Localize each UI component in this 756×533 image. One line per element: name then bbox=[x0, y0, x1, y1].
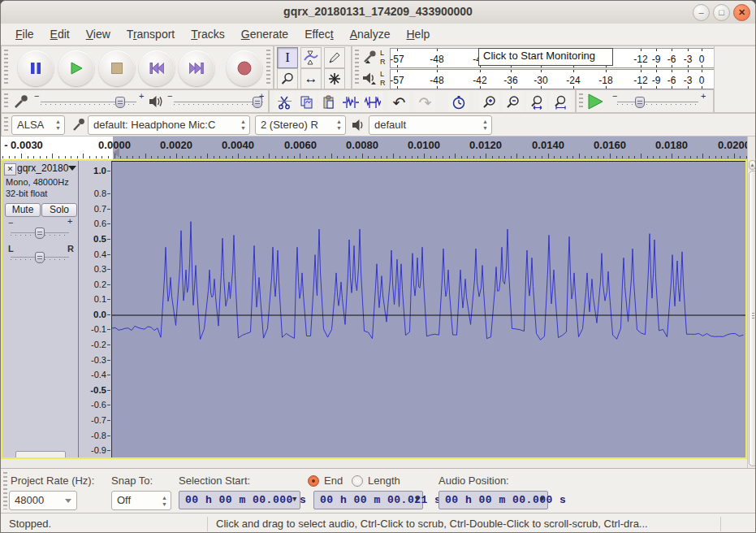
menu-view[interactable]: View bbox=[78, 25, 119, 43]
zoom-out-button[interactable] bbox=[503, 92, 523, 112]
meter-scale-label: -18 bbox=[598, 75, 612, 86]
menu-help[interactable]: Help bbox=[398, 25, 438, 43]
timeline-tick bbox=[634, 156, 635, 158]
timeline-tick bbox=[127, 156, 127, 158]
play-at-speed-icon bbox=[586, 93, 604, 110]
meter-scale-label: -9 bbox=[652, 54, 661, 65]
audio-host-select[interactable]: ALSA▲▼ bbox=[11, 115, 65, 135]
toolbar-grip[interactable] bbox=[3, 472, 7, 509]
playback-volume-slider[interactable] bbox=[174, 97, 263, 108]
multi-tool-button[interactable] bbox=[324, 68, 345, 89]
menu-edit[interactable]: Edit bbox=[42, 25, 78, 43]
sync-lock-button[interactable] bbox=[448, 92, 469, 112]
track-name-menu[interactable]: gqrx_20180 bbox=[17, 162, 77, 175]
playback-meter-scale[interactable]: -57-48-42-36-30-24-18-12-9-6-30 bbox=[390, 69, 737, 89]
project-rate-select[interactable]: 48000 bbox=[9, 491, 77, 510]
skip-to-end-button[interactable] bbox=[179, 50, 214, 86]
meter-tick bbox=[437, 86, 438, 89]
playback-meter[interactable]: L R -57-48-42-36-30-24-18-12-9-6-30 bbox=[361, 69, 739, 89]
toolbar-grip[interactable] bbox=[266, 50, 270, 85]
toolbar-grip[interactable] bbox=[4, 93, 8, 109]
recording-volume-slider[interactable] bbox=[41, 97, 136, 108]
fit-project-button[interactable] bbox=[550, 92, 570, 112]
minimize-button[interactable]: – bbox=[693, 4, 710, 21]
draw-tool-button[interactable] bbox=[324, 47, 345, 68]
time-shift-tool-button[interactable]: ↔ bbox=[300, 68, 322, 89]
meter-tick bbox=[672, 70, 672, 72]
meter-tick bbox=[656, 65, 657, 67]
timeline-tick bbox=[417, 156, 418, 158]
paste-button[interactable] bbox=[318, 92, 339, 112]
track-gain-slider[interactable] bbox=[11, 228, 69, 239]
toolbar-grip[interactable] bbox=[4, 117, 8, 132]
recording-channels-select[interactable]: 2 (Stereo) R▲▼ bbox=[255, 115, 346, 135]
solo-button[interactable]: Solo bbox=[41, 203, 77, 217]
pause-button[interactable] bbox=[18, 50, 54, 86]
play-at-speed-button[interactable] bbox=[586, 93, 606, 110]
copy-button[interactable] bbox=[296, 92, 317, 112]
selection-start-field[interactable]: 00 h 00 m 00.000 s▼ bbox=[179, 491, 300, 509]
selection-end-field[interactable]: 00 h 00 m 00.021 s▼ bbox=[313, 491, 423, 509]
menu-file[interactable]: File bbox=[7, 25, 42, 43]
menu-generate[interactable]: Generate bbox=[233, 25, 296, 43]
meter-scale-label: -9 bbox=[652, 75, 661, 86]
timeline-tick bbox=[71, 156, 71, 158]
scrollbar-corner bbox=[747, 136, 756, 159]
snap-to-select[interactable]: Off▲▼ bbox=[111, 491, 171, 510]
pan-thumb[interactable] bbox=[35, 252, 45, 263]
menu-transport[interactable]: Transport bbox=[119, 25, 183, 43]
play-button[interactable] bbox=[58, 50, 94, 86]
scroll-up-button[interactable]: ▲ bbox=[749, 160, 756, 170]
timeline-tick bbox=[598, 156, 598, 158]
monitoring-tooltip[interactable]: Click to Start Monitoring bbox=[478, 48, 613, 66]
horizontal-scrollbar[interactable] bbox=[1, 459, 747, 468]
waveform-area[interactable] bbox=[112, 161, 745, 457]
audio-position-field[interactable]: 00 h 00 m 00.000 s▼ bbox=[438, 491, 548, 509]
cut-button[interactable] bbox=[274, 92, 295, 112]
record-button[interactable] bbox=[227, 50, 262, 86]
gain-thumb[interactable] bbox=[35, 228, 45, 239]
skip-to-start-button[interactable] bbox=[139, 50, 175, 86]
meter-scale-label: -6 bbox=[667, 54, 676, 65]
playback-speed-slider[interactable] bbox=[617, 97, 698, 108]
vruler-label: -0.8 bbox=[91, 431, 106, 440]
timeline-tick bbox=[734, 154, 735, 158]
playback-speed-thumb[interactable] bbox=[635, 97, 645, 108]
menu-effect[interactable]: Effect bbox=[296, 25, 342, 43]
recording-device-select[interactable]: default: Headphone Mic:C▲▼ bbox=[88, 115, 250, 135]
menu-analyze[interactable]: Analyze bbox=[342, 25, 399, 43]
selection-tool-button[interactable]: I bbox=[277, 47, 298, 68]
silence-audio-button[interactable] bbox=[362, 92, 382, 112]
gain-minus-label: − bbox=[8, 218, 13, 228]
track-pan-slider[interactable] bbox=[11, 252, 69, 263]
timeline-ruler[interactable]: - 0.00300.00000.00200.00400.00600.00800.… bbox=[1, 136, 747, 160]
trim-audio-button[interactable] bbox=[340, 92, 361, 112]
toolbar-grip[interactable] bbox=[4, 50, 8, 85]
timeline-tick bbox=[697, 156, 698, 158]
menu-tracks[interactable]: Tracks bbox=[183, 25, 233, 43]
vertical-scrollbar-thumb[interactable] bbox=[749, 171, 756, 466]
waveform[interactable] bbox=[112, 162, 747, 458]
title-bar[interactable]: gqrx_20180131_174209_433900000 – □ ✕ bbox=[1, 1, 755, 24]
playback-device-select[interactable]: default▲▼ bbox=[369, 115, 492, 135]
close-button[interactable]: ✕ bbox=[733, 4, 750, 21]
toolbar-grip[interactable] bbox=[579, 93, 583, 109]
envelope-tool-button[interactable] bbox=[300, 47, 322, 68]
vertical-amplitude-ruler[interactable]: 1.00.80.70.60.50.40.30.20.10.0-0.1-0.2-0… bbox=[80, 161, 112, 457]
toolbar-grip[interactable] bbox=[355, 50, 359, 85]
fit-selection-button[interactable] bbox=[526, 92, 546, 112]
recording-volume-thumb[interactable] bbox=[115, 97, 125, 108]
redo-button[interactable]: ↷ bbox=[415, 92, 435, 112]
zoom-in-button[interactable] bbox=[479, 92, 499, 112]
ibeam-icon: I bbox=[285, 50, 290, 66]
stop-button[interactable] bbox=[99, 50, 135, 86]
undo-button[interactable]: ↶ bbox=[389, 92, 409, 112]
zoom-tool-button[interactable] bbox=[277, 68, 298, 89]
track-close-button[interactable]: ✕ bbox=[4, 163, 16, 176]
selection-end-radio[interactable] bbox=[308, 475, 319, 487]
panel-partial-button[interactable] bbox=[15, 451, 66, 459]
maximize-button[interactable]: □ bbox=[713, 4, 730, 21]
selection-length-radio[interactable] bbox=[352, 475, 363, 487]
vertical-scrollbar[interactable]: ▲ bbox=[747, 159, 756, 468]
mute-button[interactable]: Mute bbox=[5, 203, 41, 217]
